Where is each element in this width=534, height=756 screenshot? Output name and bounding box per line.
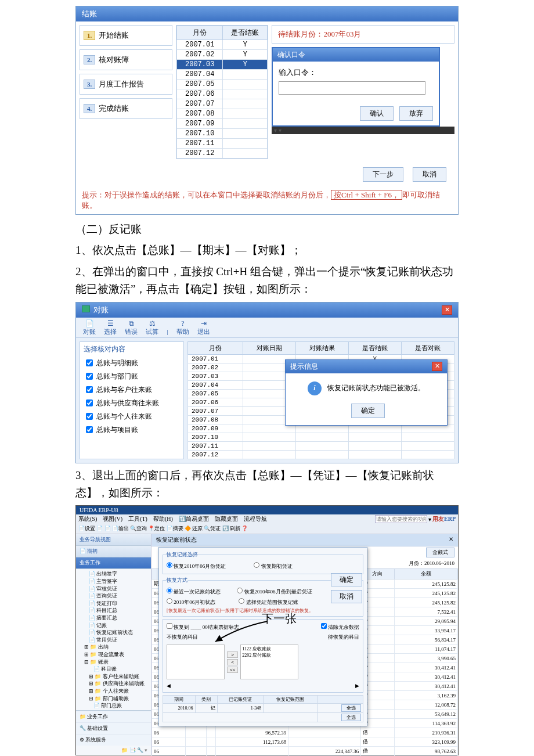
tree-item[interactable]: ⊟ 📁 账表 <box>76 658 151 666</box>
radio-restore-month[interactable]: 恢复2010年06月份凭证 <box>167 562 226 570</box>
check-option[interactable]: 总账与供应商往来账 <box>80 397 183 410</box>
menu-desktop[interactable]: 🔃简易桌面 <box>179 515 209 523</box>
tree-item[interactable]: 📄 恢复记账前状态 <box>76 629 151 636</box>
ledger-row[interactable]: 06112,173.68借323,109.99 <box>152 737 458 747</box>
tb-reconcile[interactable]: 📄对账 <box>80 319 99 336</box>
tb-select[interactable]: ☰选择 <box>100 319 120 336</box>
radio-last-state[interactable]: 最近一次记账前状态 <box>167 588 221 596</box>
tree-item[interactable]: ⊟ 📁 部门辅助账 <box>76 695 151 703</box>
tree-item[interactable]: ⊞ 📁 出纳 <box>76 643 151 651</box>
check-option[interactable]: 总账与项目账 <box>80 423 183 437</box>
move-left-icon[interactable]: < <box>227 659 238 665</box>
move-right-icon[interactable]: > <box>227 651 238 658</box>
cancel-button[interactable]: 取消 <box>331 590 362 603</box>
to-restore-list[interactable]: 1122 应收账款 2202 应付账款 <box>240 645 298 679</box>
step-2[interactable]: 2.核对账簿 <box>80 49 172 70</box>
select-all-button[interactable]: 全选 <box>341 704 361 712</box>
clear-empty-checkbox[interactable]: 清除无余数据 <box>321 623 359 631</box>
tree-item[interactable]: 📄 部门总账 <box>76 702 151 710</box>
radio-select-range[interactable]: 选择凭证范围恢复记账 <box>239 598 298 606</box>
check-option[interactable]: 总账与个人往来账 <box>80 410 183 423</box>
tree-item[interactable]: 📄 出纳签字 <box>76 570 151 578</box>
no-restore-list[interactable] <box>167 645 225 679</box>
menu-hide[interactable]: 隐藏桌面 <box>215 515 238 523</box>
step-4[interactable]: 4.完成结账 <box>80 98 172 119</box>
menu-help[interactable]: 帮助(H) <box>153 515 173 523</box>
ledger-row[interactable]: 06224,347.36借98,762.63 <box>152 747 458 756</box>
radio-month-begin[interactable]: 2010年06月初状态 <box>167 598 215 606</box>
month-row[interactable]: 2007.10 <box>177 129 268 139</box>
tree-item[interactable]: 📄 常用凭证 <box>76 636 151 644</box>
tree-item[interactable]: ⊞ 📁 客户往来辅助账 <box>76 673 151 681</box>
month-row[interactable]: 2007.09 <box>177 119 268 129</box>
step-3[interactable]: 3.月度工作报告 <box>80 74 172 95</box>
nav-tree[interactable]: 📄 出纳签字📄 主管签字📄 审核凭证📄 查询凭证📄 凭证打印📄 科目汇总📄 摘要… <box>76 569 151 710</box>
tree-item[interactable]: 📄 凭证打印 <box>76 600 151 607</box>
nav-sub1[interactable]: 📄 期初 <box>76 546 151 557</box>
ok-button[interactable]: 确定 <box>351 404 385 418</box>
nav-collapse-icons[interactable]: 📁 📑 🔧 ▾ <box>76 746 151 755</box>
menu-system[interactable]: 系统(S) <box>78 515 97 523</box>
check-option[interactable]: 总账与明细账 <box>80 357 183 370</box>
amount-mode-button[interactable]: 金额式 <box>426 548 454 557</box>
month-row[interactable]: 2007.08 <box>177 109 268 119</box>
radio-to-last-voucher[interactable]: 恢复2010年06月份到最后凭证 <box>237 588 312 596</box>
tree-item[interactable]: 📄 记账 <box>76 622 151 629</box>
tree-item[interactable]: ⊞ 📁 个人往来账 <box>76 687 151 695</box>
select-all-button-2[interactable]: 全选 <box>341 714 361 721</box>
month-row[interactable]: 2007.10 <box>188 433 454 441</box>
next-button[interactable]: 下一步 <box>363 167 403 182</box>
confirm-button[interactable]: 确认 <box>360 106 394 121</box>
nav-bottom-item[interactable]: 🔧 基础设置 <box>76 722 151 734</box>
search-dropdown-icon[interactable]: ▾ <box>428 516 431 523</box>
move-all-left-icon[interactable]: << <box>227 667 238 673</box>
nav-bottom-item[interactable]: ⚙ 系统服务 <box>76 734 151 746</box>
month-row[interactable]: 2007.12 <box>177 149 268 159</box>
menu-view[interactable]: 视图(V) <box>103 515 122 523</box>
tree-item[interactable]: 📄 查询凭证 <box>76 592 151 600</box>
month-row[interactable]: 2007.06 <box>177 89 268 99</box>
restore-to-checkbox[interactable]: 恢复到 ____ 00结束票据标志 <box>167 623 239 631</box>
dialog-title: 提示信息 <box>290 362 318 372</box>
close-icon[interactable]: ✕ <box>432 362 442 371</box>
tree-item[interactable]: 📄 科目账 <box>76 665 151 673</box>
abandon-button[interactable]: 放弃 <box>399 106 433 121</box>
tree-item[interactable]: ⊞ 📁 现金流量表 <box>76 651 151 658</box>
month-row[interactable]: 2007.11 <box>188 441 454 450</box>
month-row[interactable]: 2007.12 <box>188 450 454 459</box>
tab-close-icon[interactable]: ✕ <box>449 536 453 544</box>
month-row[interactable]: 2007.03Y <box>177 60 268 70</box>
tree-item[interactable]: 📄 主管签字 <box>76 578 151 585</box>
menu-flow[interactable]: 流程导航 <box>244 515 267 523</box>
tab-restore[interactable]: 恢复记账前状态 <box>156 536 197 544</box>
tb-help[interactable]: ?帮助 <box>173 319 193 336</box>
month-row[interactable]: 2007.07 <box>177 99 268 109</box>
search-input[interactable] <box>375 515 427 523</box>
month-row[interactable]: 2007.11 <box>177 139 268 149</box>
step-1[interactable]: 1.开始结账 <box>80 25 172 46</box>
month-row[interactable]: 2007.01Y <box>177 40 268 50</box>
password-input[interactable] <box>279 81 425 95</box>
tb-trial[interactable]: ⚖试算 <box>142 319 162 336</box>
ok-button[interactable]: 确定 <box>331 573 362 586</box>
month-row[interactable]: 2007.05 <box>177 80 268 89</box>
month-row[interactable]: 2007.04 <box>177 70 268 80</box>
col-closed: 是否结账 <box>223 26 268 40</box>
toolbar[interactable]: 📄设置 📄 📄 📄输出 🔍查询 📍定位 📄摘要 🔶 还原 🔍凭证 🔃 刷新 ❓ <box>76 524 458 534</box>
cancel-button[interactable]: 取消 <box>413 167 446 182</box>
tb-error[interactable]: ⧉错误 <box>121 319 141 336</box>
tb-exit[interactable]: ⇥退出 <box>194 319 214 336</box>
tree-item[interactable]: ⊞ 📁 供应商往来辅助账 <box>76 680 151 687</box>
radio-restore-init[interactable]: 恢复期初凭证 <box>254 562 292 570</box>
check-option[interactable]: 总账与客户往来账 <box>80 383 183 397</box>
nav-bottom-item[interactable]: 📁 业务工作 <box>76 711 151 722</box>
check-option[interactable]: 总账与部门账 <box>80 370 183 383</box>
nav-sub2[interactable]: 业务工作 <box>76 557 151 569</box>
ledger-row[interactable]: 0696,572.39借210,936.31 <box>152 728 458 737</box>
tree-item[interactable]: 📄 审核凭证 <box>76 585 151 593</box>
tree-item[interactable]: 📄 科目汇总 <box>76 607 151 614</box>
menu-tools[interactable]: 工具(T) <box>128 515 147 523</box>
tree-item[interactable]: 📄 摘要汇总 <box>76 614 151 622</box>
close-icon[interactable]: ✕ <box>442 305 452 315</box>
month-row[interactable]: 2007.02Y <box>177 50 268 60</box>
